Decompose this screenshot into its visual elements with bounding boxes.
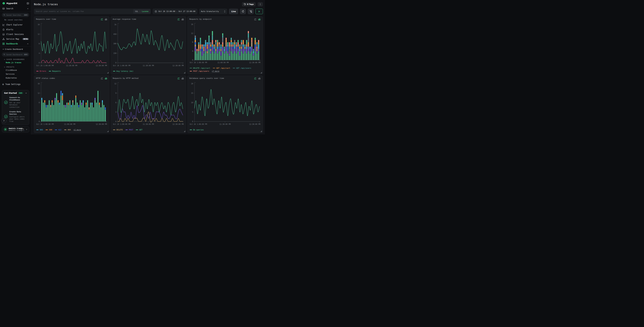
svg-text:0: 0: [39, 120, 40, 122]
legend-item[interactable]: POST /api/users: [190, 70, 209, 72]
sidebar-item-service-map[interactable]: Service Map BETA: [0, 37, 31, 42]
line-chart-toggle-icon[interactable]: [254, 77, 256, 80]
legend-more-link[interactable]: +7 more: [212, 70, 219, 72]
step-title: Connect to ClickHouse: [9, 96, 27, 101]
sql-option[interactable]: SQL: [135, 10, 138, 12]
kebab-icon: [259, 3, 261, 6]
run-query-button[interactable]: [256, 8, 263, 14]
line-chart-toggle-icon[interactable]: [101, 77, 103, 80]
avatar: D: [4, 128, 7, 131]
bar-chart-toggle-icon[interactable]: [182, 77, 184, 80]
line-chart-toggle-icon[interactable]: [178, 77, 180, 80]
service-map-icon: [2, 38, 5, 40]
sidebar-collapse-icon[interactable]: [27, 2, 29, 4]
check-circle-icon: [4, 100, 8, 104]
bar-chart-toggle-icon[interactable]: [105, 77, 107, 80]
dashboard-item-nodejs-traces[interactable]: Node.js traces: [0, 61, 31, 64]
legend-item[interactable]: Db queries: [190, 128, 204, 131]
tags-count-label: 0 Tags: [247, 3, 254, 6]
preset-item-kubernetes[interactable]: Kubernetes: [0, 76, 31, 80]
chart-panel-requests-over-time: Requests over time0481216Oct 26 1:00:00 …: [34, 16, 110, 74]
line-chart-toggle-icon[interactable]: [101, 18, 103, 20]
tags-button[interactable]: 0 Tags: [242, 2, 256, 6]
svg-text:150: 150: [113, 52, 116, 54]
refresh-button[interactable]: [240, 8, 246, 14]
create-dashboard-button[interactable]: + Create Dashboard: [0, 46, 31, 51]
saved-dashboards-box[interactable]: ⌘ K: [2, 52, 29, 56]
sidebar-item-team-settings[interactable]: ⚙ Team Settings: [0, 82, 31, 87]
saved-dashboards-section-toggle[interactable]: SAVED DASHBOARDS: [0, 57, 31, 61]
legend-item[interactable]: GET: [136, 128, 142, 131]
chevron-up-icon: [27, 43, 29, 45]
legend-item[interactable]: 503: [36, 128, 43, 131]
get-started-step-sources[interactable]: Create Data Sources Configure where your…: [4, 110, 27, 122]
event-search-box: SQL | Lucene: [34, 8, 151, 14]
chart-canvas: 05101520Oct 26 1:00:00 PM11:30:00 PM12:3…: [190, 80, 261, 128]
chart-title: Requests by HTTP method: [113, 77, 138, 80]
legend-item[interactable]: Avg latency (ms): [113, 70, 134, 72]
sidebar-item-client-sessions[interactable]: Client Sessions: [0, 32, 31, 37]
query-language-toggle[interactable]: SQL | Lucene: [133, 9, 150, 14]
chevron-up-icon[interactable]: [25, 92, 27, 94]
date-range-picker[interactable]: Oct 26 13:00:00 - Oct 27 13:00:00: [152, 8, 198, 14]
bar-chart-toggle-icon[interactable]: [258, 18, 260, 20]
chart-panel-database-query-counts: Database query counts over time05101520O…: [187, 76, 263, 133]
legend-more-link[interactable]: +2 more: [74, 128, 81, 131]
gear-icon: ⚙: [2, 83, 4, 86]
resize-handle[interactable]: [261, 131, 262, 132]
chart-legend: DELETEPOSTGET: [113, 128, 184, 132]
legend-item[interactable]: GET /api/users: [233, 67, 251, 70]
chevron-down-icon: [4, 66, 6, 68]
bar-chart-toggle-icon[interactable]: [105, 18, 107, 20]
line-chart-toggle-icon[interactable]: [254, 18, 256, 20]
preset-item-clickhouse[interactable]: ClickHouse: [0, 68, 31, 72]
chart-legend: Avg latency (ms): [113, 70, 184, 74]
user-account-button[interactable]: D dominic.tran@c… dominic.tran@cli…: [2, 126, 29, 132]
legend-item[interactable]: DELETE /api/cart: [190, 67, 210, 70]
help-button[interactable]: ?: [1, 118, 6, 123]
granularity-select[interactable]: Auto Granularity: [199, 8, 227, 14]
resize-handle[interactable]: [107, 72, 108, 73]
sidebar-item-alerts[interactable]: Alerts: [0, 27, 31, 32]
chart-canvas: 036912Oct 26 1:00:00 PM11:30:00 PM12:30:…: [113, 80, 184, 128]
get-started-step-connect[interactable]: Connect to ClickHouse Set up your databa…: [4, 96, 27, 108]
sidebar: HyperDX Search ⌘ K No saved sear: [0, 0, 31, 134]
sidebar-item-dashboards[interactable]: Dashboards: [0, 42, 31, 46]
legend-item[interactable]: 422: [55, 128, 62, 131]
presets-section-toggle[interactable]: PRESETS: [0, 64, 31, 68]
bar-chart-toggle-icon[interactable]: [182, 18, 184, 20]
play-icon: [258, 10, 260, 13]
legend-item[interactable]: Errors: [36, 70, 46, 72]
filter-button[interactable]: [248, 8, 254, 14]
resize-handle[interactable]: [261, 72, 262, 73]
legend-item[interactable]: POST: [126, 128, 133, 131]
svg-text:Oct 26 1:00:00 PM: Oct 26 1:00:00 PM: [113, 64, 130, 66]
legend-item[interactable]: Requests: [49, 70, 61, 72]
no-saved-searches-text: No saved searches: [0, 18, 31, 22]
legend-item[interactable]: 500: [46, 128, 52, 131]
live-button[interactable]: Live: [229, 8, 238, 14]
step-description: Configure where your data comes from: [9, 116, 27, 122]
chart-title: Requests by endpoint: [190, 18, 212, 20]
resize-handle[interactable]: [184, 131, 185, 132]
svg-text:12: 12: [191, 32, 193, 34]
saved-searches-box[interactable]: ⌘ K: [2, 13, 29, 17]
line-chart-toggle-icon[interactable]: [178, 18, 180, 20]
preset-item-services[interactable]: Services: [0, 72, 31, 76]
more-options-button[interactable]: [258, 2, 263, 6]
resize-handle[interactable]: [184, 72, 185, 73]
legend-item[interactable]: 404: [64, 128, 71, 131]
lucene-option[interactable]: Lucene: [142, 10, 148, 12]
saved-searches-input[interactable]: [6, 14, 22, 16]
legend-item[interactable]: GET /api/cart: [213, 67, 230, 70]
bar-chart-toggle-icon[interactable]: [258, 77, 260, 80]
resize-handle[interactable]: [107, 131, 108, 132]
get-started-title: Get Started: [4, 92, 17, 94]
legend-item[interactable]: DELETE: [113, 128, 123, 131]
sidebar-item-search[interactable]: Search: [0, 6, 31, 12]
saved-dashboards-input[interactable]: [6, 54, 22, 56]
event-search-input[interactable]: [36, 10, 133, 12]
svg-text:12:30:00 PM: 12:30:00 PM: [96, 123, 107, 125]
sidebar-item-chart-explorer[interactable]: Chart Explorer: [0, 22, 31, 27]
svg-text:12: 12: [114, 83, 116, 84]
